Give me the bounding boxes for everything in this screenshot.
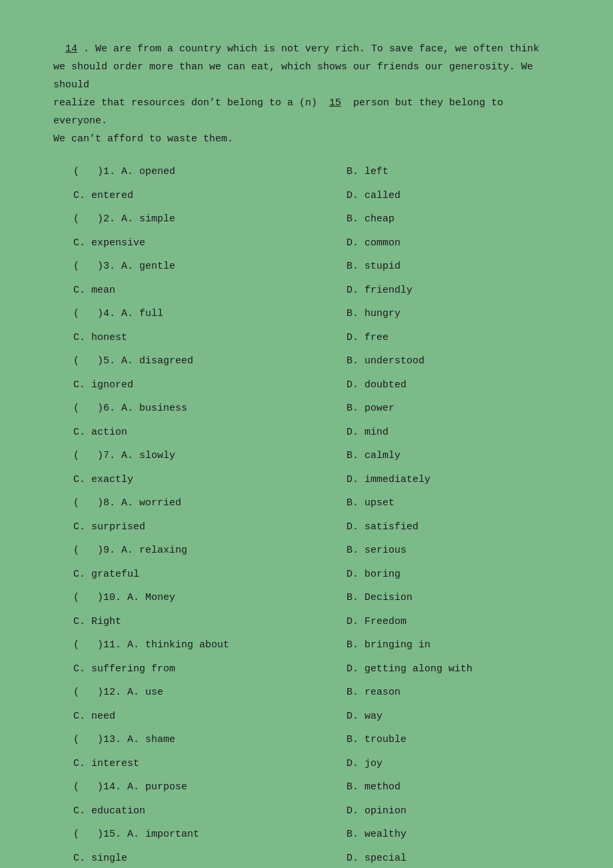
q1-ab: ( )1. A. opened (53, 160, 306, 184)
q15-b: B. wealthy (306, 823, 560, 847)
q3-a-label: ( )3. A. gentle (73, 261, 175, 272)
q5-b: B. understood (306, 349, 560, 373)
q8-a: ( )8. A. worried (53, 491, 306, 515)
q4-c-label: C. honest (73, 332, 127, 343)
q10-c: C. Right (53, 610, 306, 634)
blank-14: 14 (65, 43, 77, 55)
q5-b-label: B. understood (346, 355, 424, 367)
q9-c-label: C. grateful (73, 569, 139, 580)
q10-c-label: C. Right (73, 616, 121, 627)
q10-b-label: B. Decision (346, 592, 412, 603)
q10-d-label: D. Freedom (346, 616, 406, 627)
q4-b-label: B. hungry (346, 308, 400, 319)
q2-c: C. expensive (53, 231, 306, 255)
q7-b: B. calmly (306, 444, 560, 468)
q2-a: ( )2. A. simple (53, 207, 306, 231)
q14-d-label: D. opinion (346, 805, 406, 817)
q4-b: B. hungry (306, 302, 560, 326)
q7-c: C. exactly (53, 468, 306, 492)
q2-d-label: D. common (346, 237, 400, 249)
q9-d-label: D. boring (346, 569, 400, 580)
q4-a: ( )4. A. full (53, 302, 306, 326)
q13-b: B. trouble (306, 728, 560, 752)
q7-b-label: B. calmly (346, 450, 400, 461)
q2-b: B. cheap (306, 207, 560, 231)
q4-d: D. free (306, 326, 560, 350)
passage-line1: 14 . We are from a country which is not … (53, 43, 539, 55)
passage-text: 14 . We are from a country which is not … (53, 40, 560, 148)
q3-c: C. mean (53, 279, 306, 303)
q13-a-label: ( )13. A. shame (73, 734, 175, 745)
q5-d-label: D. doubted (346, 379, 406, 391)
q11-a: ( )11. A. thinking about (53, 633, 306, 657)
q12-c-label: C. need (73, 711, 115, 722)
q8-c-label: C. surprised (73, 521, 145, 533)
q4-a-label: ( )4. A. full (73, 308, 163, 319)
q12-d: D. way (306, 705, 560, 729)
q8-d: D. satisfied (306, 515, 560, 539)
q13-d: D. joy (306, 752, 560, 776)
q14-a: ( )14. A. purpose (53, 775, 306, 799)
q12-a-label: ( )12. A. use (73, 687, 163, 698)
q6-c-label: C. action (73, 427, 127, 438)
q14-d: D. opinion (306, 799, 560, 823)
q8-d-label: D. satisfied (346, 521, 418, 533)
q12-b: B. reason (306, 681, 560, 705)
q9-a-label: ( )9. A. relaxing (73, 545, 187, 556)
q15-c: C. single (53, 847, 306, 869)
passage-line3: realize that resources don’t belong to a… (53, 97, 503, 127)
q1-c: C. entered (53, 184, 306, 208)
q1-c-label: C. entered (73, 190, 133, 201)
passage-line2: we should order more than we can eat, wh… (53, 61, 533, 91)
q6-b: B. power (306, 397, 560, 421)
q9-a: ( )9. A. relaxing (53, 539, 306, 563)
q1-d-label: D. called (346, 190, 400, 201)
q11-c-label: C. suffering from (73, 663, 175, 675)
q5-c: C. ignored (53, 373, 306, 397)
q5-d: D. doubted (306, 373, 560, 397)
q11-a-label: ( )11. A. thinking about (73, 639, 229, 651)
q8-c: C. surprised (53, 515, 306, 539)
q12-d-label: D. way (346, 711, 382, 722)
q6-b-label: B. power (346, 403, 394, 414)
q3-a: ( )3. A. gentle (53, 255, 306, 279)
q7-a: ( )7. A. slowly (53, 444, 306, 468)
q6-d-label: D. mind (346, 427, 388, 438)
q10-d: D. Freedom (306, 610, 560, 634)
q6-d: D. mind (306, 421, 560, 445)
q4-c: C. honest (53, 326, 306, 350)
q11-b-label: B. bringing in (346, 639, 430, 651)
q3-d: D. friendly (306, 279, 560, 303)
q3-c-label: C. mean (73, 285, 115, 296)
q3-d-label: D. friendly (346, 285, 412, 296)
q7-a-label: ( )7. A. slowly (73, 450, 175, 461)
q2-d: D. common (306, 231, 560, 255)
q9-b-label: B. serious (346, 545, 406, 556)
q3-b-label: B. stupid (346, 261, 400, 272)
q15-c-label: C. single (73, 853, 127, 864)
q14-c-label: C. education (73, 805, 145, 817)
q9-d: D. boring (306, 563, 560, 587)
q7-c-label: C. exactly (73, 474, 133, 485)
q11-d: D. getting along with (306, 657, 560, 681)
q13-b-label: B. trouble (346, 734, 406, 745)
q5-c-label: C. ignored (73, 379, 133, 391)
questions-grid: ( )1. A. opened B. left C. entered D. ca… (53, 160, 560, 868)
q8-b-label: B. upset (346, 497, 394, 509)
q4-d-label: D. free (346, 332, 388, 343)
q13-a: ( )13. A. shame (53, 728, 306, 752)
q9-c: C. grateful (53, 563, 306, 587)
q11-d-label: D. getting along with (346, 663, 472, 675)
q1-b: B. left (306, 160, 560, 184)
q2-a-label: ( )2. A. simple (73, 213, 175, 225)
q14-a-label: ( )14. A. purpose (73, 781, 187, 793)
q1-label: ( )1. A. opened (73, 166, 175, 177)
q15-a-label: ( )15. A. important (73, 829, 199, 840)
q6-a-label: ( )6. A. business (73, 403, 187, 414)
blank-15: 15 (329, 97, 341, 109)
q13-c-label: C. interest (73, 758, 139, 769)
q12-c: C. need (53, 705, 306, 729)
q14-b-label: B. method (346, 781, 400, 793)
q15-d: D. special (306, 847, 560, 869)
q13-d-label: D. joy (346, 758, 382, 769)
